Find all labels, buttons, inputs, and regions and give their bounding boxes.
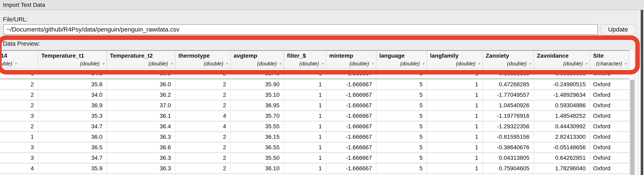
table-cell: 1 [284, 111, 326, 121]
table-cell: 35.9 [38, 164, 107, 173]
data-preview-label: Data Preview: [3, 40, 40, 47]
table-cell: -1.666667 [326, 132, 376, 142]
table-row-9: 334.736.3235.501-1.666667510.043138050.6… [0, 153, 629, 164]
file-path-input[interactable] [3, 24, 598, 35]
column-type: (double) [350, 60, 369, 67]
window-right-edge [643, 10, 644, 175]
scrollbar-track-line [638, 51, 638, 175]
column-header-Temperature_t2[interactable]: Temperature_t2(double)▾ [107, 51, 176, 68]
column-type-dropdown-icon[interactable]: ▾ [529, 62, 532, 66]
column-type-dropdown-icon[interactable]: ▾ [624, 62, 627, 66]
update-button[interactable]: Update [600, 24, 636, 35]
table-cell [590, 174, 629, 175]
table-cell: 2.82413300 [534, 132, 590, 142]
table-cell: 35.3 [38, 111, 107, 121]
scrollbar-thumb[interactable] [630, 79, 634, 175]
table-cell: Oxford [590, 143, 629, 152]
window-right-border [641, 10, 643, 175]
table-cell: 36.1 [107, 111, 176, 121]
table-cell: Oxford [590, 164, 629, 173]
table-row-sliver [0, 174, 629, 175]
column-type-dropdown-icon[interactable]: ▾ [478, 62, 480, 66]
column-type: (double) [148, 60, 168, 67]
table-cell: 35.55 [231, 122, 284, 131]
column-name: Zanxiety [486, 52, 532, 59]
column-type-dropdown-icon[interactable]: ▾ [279, 62, 282, 66]
table-cell [107, 174, 176, 175]
column-header-Zavoidance[interactable]: Zavoidance(double)▾ [534, 51, 590, 68]
column-header-mintemp[interactable]: mintemp(double)▾ [326, 51, 376, 68]
table-cell: Oxford [590, 153, 629, 163]
table-cell: 2 [176, 69, 231, 78]
table-cell: 5 [376, 122, 427, 131]
column-type: (double) [563, 60, 583, 67]
column-type-dropdown-icon[interactable]: ▾ [226, 62, 228, 66]
column-header-thermotype[interactable]: thermotype(double)▾ [176, 51, 231, 68]
table-cell: 1 [427, 69, 483, 78]
table-cell: -0.38640676 [483, 143, 534, 152]
table-row-3: 234.036.2235.101-1.66666751-1.77049557-1… [0, 90, 629, 100]
table-cell: Oxford [590, 90, 629, 100]
column-type-dropdown-icon[interactable]: ▾ [171, 62, 173, 66]
column-name: Site [593, 52, 627, 59]
column-name: language [379, 52, 425, 59]
table-cell: 35.50 [231, 153, 284, 163]
table-cell: -1.48929634 [534, 90, 590, 100]
column-header-avgtemp[interactable]: avgtemp(double)▾ [231, 51, 284, 68]
table-cell: 2 [176, 164, 231, 173]
column-name: Zavoidance [537, 52, 588, 59]
table-cell: 5 [376, 111, 427, 121]
table-cell: 0.47268285 [483, 79, 534, 89]
column-type: (double) [257, 60, 277, 67]
table-cell: 36.55 [231, 143, 284, 152]
column-header-Zanxiety[interactable]: Zanxiety(double)▾ [483, 51, 534, 68]
table-cell: 1 [284, 69, 326, 78]
column-header-filter_$[interactable]: filter_$(double)▾ [284, 51, 326, 68]
table-cell: 36.0 [38, 132, 107, 142]
column-header-Site[interactable]: Site(character)▾ [590, 51, 629, 68]
column-header-langfamily[interactable]: langfamily(double)▾ [427, 51, 483, 68]
table-cell: 36.10 [231, 164, 284, 173]
table-cell: 34.5 [38, 69, 107, 78]
table-cell: 35.5 [107, 69, 176, 78]
table-cell: 1 [284, 79, 326, 89]
table-cell: -1.666667 [326, 111, 376, 121]
table-cell: 5 [376, 79, 427, 89]
column-type-dropdown-icon[interactable]: ▾ [15, 62, 17, 66]
table-cell: 0.00150051 [534, 69, 590, 78]
column-type-dropdown-icon[interactable]: ▾ [586, 62, 588, 66]
table-cell: 5 [376, 143, 427, 152]
update-button-label: Update [608, 26, 628, 33]
table-cell: 0.75904605 [483, 164, 534, 173]
column-type-dropdown-icon[interactable]: ▾ [372, 62, 374, 66]
table-cell: 1 [427, 132, 483, 142]
table-cell: 1 [284, 122, 326, 131]
table-cell: 1.48548252 [534, 111, 590, 121]
table-cell: 1 [284, 153, 326, 163]
table-cell: -1.666667 [326, 79, 376, 89]
table-cell: -1.666667 [326, 153, 376, 163]
table-cell: 2 [0, 79, 38, 89]
column-type-dropdown-icon[interactable]: ▾ [322, 62, 324, 66]
preview-table-header: s14(double)▾Temperature_t1(double)▾Tempe… [0, 50, 629, 69]
column-type-dropdown-icon[interactable]: ▾ [102, 62, 105, 66]
table-cell [483, 174, 534, 175]
column-type: (double) [80, 60, 100, 67]
table-cell [0, 174, 38, 175]
table-cell: -1.77049557 [483, 90, 534, 100]
table-row-5: 335.336.1435.701-1.66666751-1.197769161.… [0, 111, 629, 122]
column-type-dropdown-icon[interactable]: ▾ [422, 62, 425, 66]
column-header-s14[interactable]: s14(double)▾ [0, 51, 38, 68]
column-name: Temperature_t1 [41, 52, 104, 59]
table-cell: 3 [0, 153, 38, 163]
table-cell: 5 [376, 132, 427, 142]
table-cell: 4 [176, 122, 231, 131]
column-header-language[interactable]: language(double)▾ [376, 51, 427, 68]
table-cell: 1 [427, 143, 483, 152]
table-cell: 36.0 [107, 79, 176, 89]
table-cell: 2 [176, 90, 231, 100]
table-cell: 1 [284, 132, 326, 142]
table-cell [176, 174, 231, 175]
column-header-Temperature_t1[interactable]: Temperature_t1(double)▾ [38, 51, 107, 68]
column-name: filter_$ [287, 52, 324, 59]
